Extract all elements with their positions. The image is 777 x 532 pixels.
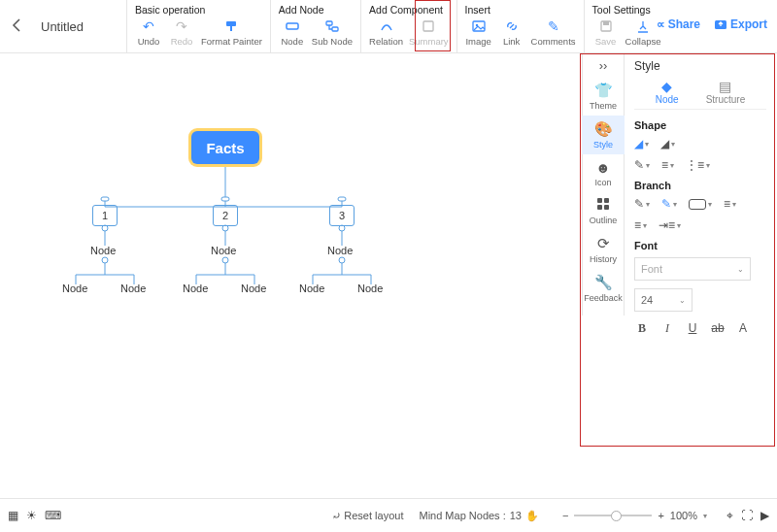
view-keyboard-button[interactable]: ⌨ bbox=[45, 509, 61, 522]
font-size-select[interactable]: 24⌄ bbox=[634, 288, 693, 312]
side-tabs: ›› 👕Theme 🎨Style ☻Icon Outline ⟳History … bbox=[582, 53, 625, 316]
svg-rect-4 bbox=[332, 27, 338, 31]
sidetab-history[interactable]: ⟳History bbox=[582, 230, 625, 269]
zoom-slider[interactable] bbox=[574, 515, 652, 516]
text-color-button[interactable]: A bbox=[735, 321, 751, 336]
hand-icon[interactable]: ✋ bbox=[525, 510, 539, 522]
nodes-label: Mind Map Nodes : bbox=[419, 510, 505, 521]
mindmap-leaf[interactable]: Node bbox=[299, 283, 324, 294]
palette-icon: 🎨 bbox=[594, 120, 613, 138]
sidetab-icon[interactable]: ☻Icon bbox=[582, 154, 625, 192]
sidetab-outline[interactable]: Outline bbox=[582, 192, 625, 230]
format-painter-label: Format Painter bbox=[201, 36, 262, 47]
collapse-icon bbox=[634, 17, 652, 35]
reset-layout-button[interactable]: ⤾Reset layout bbox=[332, 510, 403, 522]
summary-button[interactable]: Summary bbox=[409, 17, 449, 47]
branch-lines-button[interactable]: ≡▾ bbox=[724, 197, 736, 211]
view-sun-button[interactable]: ☀ bbox=[26, 509, 37, 522]
underline-button[interactable]: U bbox=[685, 321, 700, 336]
bold-button[interactable]: B bbox=[634, 321, 650, 336]
add-subnode-button[interactable]: Sub Node bbox=[312, 17, 353, 47]
indent-icon: ⇥≡ bbox=[659, 218, 675, 232]
sidetab-theme[interactable]: 👕Theme bbox=[582, 77, 625, 116]
collapse-label: Collapse bbox=[625, 36, 661, 47]
font-placeholder: Font bbox=[641, 263, 662, 275]
subnode-icon bbox=[323, 17, 341, 35]
insert-comments-button[interactable]: ✎ Comments bbox=[531, 17, 576, 47]
relation-button[interactable]: Relation bbox=[369, 17, 403, 47]
branch-indent-button[interactable]: ⇥≡▾ bbox=[659, 218, 681, 232]
svg-rect-12 bbox=[221, 197, 229, 201]
share-button[interactable]: ∝Share bbox=[657, 17, 700, 31]
sidetab-feedback[interactable]: 🔧Feedback bbox=[582, 269, 625, 308]
mindmap-leaf[interactable]: Node bbox=[241, 283, 266, 294]
svg-rect-21 bbox=[604, 198, 609, 203]
shirt-icon: 👕 bbox=[594, 82, 613, 99]
mindmap-leaf[interactable]: Node bbox=[120, 283, 146, 294]
zoom-in-button[interactable]: + bbox=[658, 510, 663, 521]
svg-rect-23 bbox=[604, 205, 609, 210]
panel-collapse-button[interactable]: ›› bbox=[582, 53, 625, 77]
italic-button[interactable]: I bbox=[659, 321, 675, 336]
group-title-basic: Basic operation bbox=[135, 4, 262, 16]
save-label: Save bbox=[595, 36, 617, 47]
insert-image-button[interactable]: Image bbox=[465, 17, 492, 47]
svg-rect-1 bbox=[230, 26, 232, 31]
mindmap-node-2[interactable]: 2 bbox=[213, 205, 238, 226]
fullscreen-button[interactable]: ⛶ bbox=[741, 509, 753, 522]
zoom-menu-button[interactable]: ▾ bbox=[703, 512, 707, 520]
structure-subtab-icon: ▤ bbox=[719, 79, 731, 94]
undo-button[interactable]: ↶ Undo bbox=[135, 17, 162, 47]
svg-rect-11 bbox=[101, 197, 109, 201]
add-node-button[interactable]: Node bbox=[279, 17, 306, 47]
subtab-structure[interactable]: ▤Structure bbox=[706, 79, 746, 105]
sidetab-history-label: History bbox=[590, 254, 617, 264]
export-icon bbox=[714, 17, 727, 31]
strike-button[interactable]: ab bbox=[710, 321, 726, 336]
svg-rect-3 bbox=[326, 21, 332, 25]
mindmap-leaf[interactable]: Node bbox=[183, 283, 208, 294]
fill-color-2-button[interactable]: ◢▾ bbox=[660, 137, 675, 150]
bucket-icon: ◢ bbox=[634, 137, 643, 150]
relation-icon bbox=[378, 17, 395, 35]
branch-pencil-button[interactable]: ✎▾ bbox=[634, 197, 650, 211]
fill-color-button[interactable]: ◢▾ bbox=[634, 137, 649, 150]
border-dash-button[interactable]: ⋮≡▾ bbox=[686, 158, 710, 172]
svg-point-18 bbox=[222, 257, 228, 263]
mindmap-node-3[interactable]: 3 bbox=[329, 205, 355, 226]
pencil-icon: ✎ bbox=[634, 158, 644, 172]
mindmap-leaf[interactable]: Node bbox=[62, 283, 87, 294]
font-family-select[interactable]: Font⌄ bbox=[634, 257, 751, 281]
group-title-addcomp: Add Component bbox=[369, 4, 449, 16]
svg-point-19 bbox=[339, 257, 345, 263]
redo-button[interactable]: ↷ Redo bbox=[168, 17, 195, 47]
mindmap-node-1-label[interactable]: Node bbox=[90, 245, 116, 256]
export-button[interactable]: Export bbox=[714, 17, 767, 31]
zoom-level: 100% bbox=[670, 510, 697, 521]
zoom-out-button[interactable]: − bbox=[562, 510, 568, 521]
target-button[interactable]: ⌖ bbox=[726, 509, 733, 522]
branch-color-button[interactable]: ✎▾ bbox=[661, 197, 677, 211]
document-title[interactable]: Untitled bbox=[41, 19, 84, 34]
mindmap-node-3-label[interactable]: Node bbox=[327, 245, 353, 256]
border-style-button[interactable]: ≡▾ bbox=[661, 158, 674, 172]
view-grid-button[interactable]: ▦ bbox=[8, 509, 18, 522]
pencil-button[interactable]: ✎▾ bbox=[634, 158, 650, 172]
insert-link-button[interactable]: Link bbox=[498, 17, 525, 47]
branch-shape-button[interactable]: ▾ bbox=[689, 199, 712, 210]
back-button[interactable] bbox=[12, 17, 21, 36]
mindmap-root-node[interactable]: Facts bbox=[191, 131, 259, 164]
mindmap-node-2-label[interactable]: Node bbox=[211, 245, 236, 256]
format-painter-button[interactable]: Format Painter bbox=[201, 17, 262, 47]
undo-label: Undo bbox=[138, 36, 160, 47]
reset-layout-label: Reset layout bbox=[344, 510, 403, 521]
presentation-button[interactable]: ▶ bbox=[760, 509, 769, 522]
sidetab-style[interactable]: 🎨Style bbox=[582, 116, 625, 154]
svg-point-17 bbox=[102, 257, 108, 263]
save-button[interactable]: Save bbox=[592, 17, 620, 47]
branch-style-button[interactable]: ≡▾ bbox=[634, 218, 647, 232]
subtab-node[interactable]: ◆Node bbox=[656, 79, 679, 105]
mindmap-node-1[interactable]: 1 bbox=[92, 205, 118, 226]
mindmap-leaf[interactable]: Node bbox=[357, 283, 383, 294]
chevron-down-icon: ⌄ bbox=[679, 296, 686, 305]
